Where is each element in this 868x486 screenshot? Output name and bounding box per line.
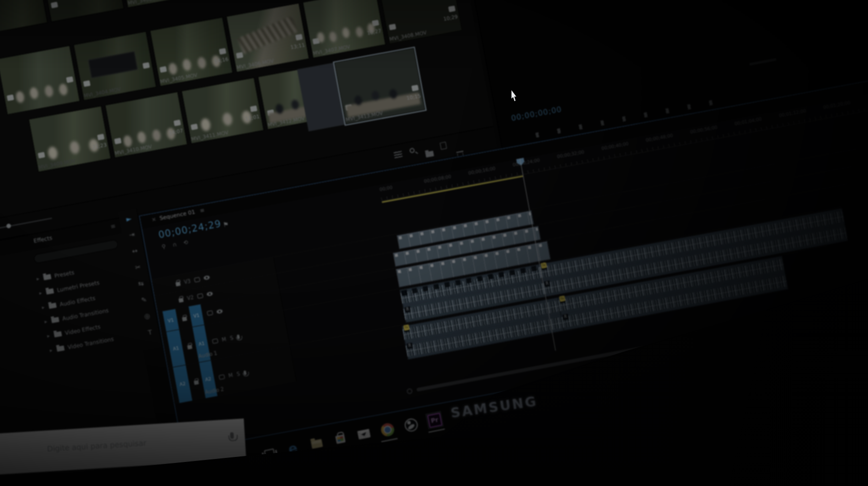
folder-icon [49,303,57,309]
fx-badge: fx [559,296,566,302]
clip-thumbnail[interactable] [0,0,48,36]
clip-badge-icon [448,6,456,12]
close-icon[interactable]: × [151,216,156,223]
folder-icon [54,331,62,338]
taskbar-icon-premiere[interactable]: Pr [426,411,443,428]
photo-of-monitor: 10;09MVI_3400.MOV10;10MVI_3401.MOVMVI_34… [0,0,868,486]
clip-badge-icon [159,66,167,73]
mute-button[interactable]: M [221,336,227,342]
search-icon[interactable] [409,148,415,154]
folder-icon [46,288,54,295]
project-clip[interactable] [41,0,124,22]
clip-badge-icon [312,38,320,45]
clip-badge-icon [389,24,396,30]
lock-icon[interactable] [176,282,181,287]
folder-icon [56,345,65,352]
sync-lock-icon[interactable] [219,374,225,380]
project-clip[interactable]: 13;11MVI_3406.MOV [209,6,292,76]
fx-badge: fx [541,262,547,269]
clip-badge-icon [345,104,353,111]
project-clip[interactable]: 14;16MVI_3405.MOV [132,20,216,90]
mute-button[interactable]: M [228,372,234,378]
solo-button[interactable]: S [236,371,240,377]
voiceover-record-icon[interactable] [237,334,240,339]
thumbnail-zoom-slider[interactable] [0,218,52,230]
type-tool[interactable]: T [139,323,161,342]
taskbar-icon-chrome[interactable] [379,421,396,438]
timeline-header-icon[interactable]: ⟲ [183,239,189,247]
timeline-header-icon[interactable]: ∩ [172,241,177,249]
taskbar-icon-mail[interactable] [355,426,372,443]
toggle-track-output-icon[interactable] [216,309,223,314]
chevron-right-icon[interactable]: ▸ [47,333,50,339]
project-clip[interactable]: 10;09MVI_3400.MOV [117,0,201,8]
project-clip[interactable]: 10;27MVI_3407.MOV [285,0,369,62]
clip-badge-icon [38,152,45,158]
project-clip[interactable]: 14;07MVI_3410.MOV [68,98,150,165]
chevron-right-icon[interactable]: ▸ [39,290,42,296]
effects-folder-label: Audio Effects [59,295,96,308]
sync-lock-icon[interactable] [207,310,213,316]
source-patch[interactable]: A1 [166,330,186,367]
project-clip[interactable]: MVI_3404.MOV [56,34,139,104]
project-clip[interactable]: 2;04MVI_3412.MOV [221,70,303,137]
microphone-icon[interactable] [230,432,234,438]
voiceover-record-icon[interactable] [243,370,247,375]
sync-lock-icon[interactable] [197,293,203,299]
toggle-track-output-icon[interactable] [207,292,213,297]
clip-badge-icon [7,95,14,101]
project-clip[interactable] [0,0,48,36]
running-app-indicator [428,428,445,432]
effects-folder-label: Video Effects [65,324,101,337]
chevron-right-icon[interactable]: ▸ [49,347,53,353]
clip-badge-icon [83,80,91,87]
project-clip[interactable]: 11;01MVI_3411.MOV [144,84,227,151]
chevron-right-icon[interactable]: ▸ [36,276,40,282]
program-timecode: 00;00;00;00 [510,105,563,123]
lock-icon[interactable] [182,316,187,321]
tab-effects[interactable]: Effects [33,234,53,245]
fit-dropdown[interactable] [749,58,776,66]
timeline-header-icon[interactable]: ⚲ [161,243,166,251]
effects-folder-label: Presets [54,269,75,279]
panel-menu-icon[interactable]: ≡ [110,222,116,230]
lock-icon[interactable] [194,380,199,385]
taskbar-icon-store[interactable] [331,430,349,447]
folder-icon [43,274,52,281]
project-clip[interactable]: 21;23MVI_3409.MOV [0,112,74,179]
folder-icon [51,317,60,323]
clip-badge-icon [411,85,419,91]
ruler-timecode: 00;00 [379,185,393,192]
automate-to-sequence-icon[interactable] [394,150,403,158]
new-item-icon[interactable] [440,142,447,150]
clip-badge-icon [191,124,198,130]
clip-thumbnail[interactable] [41,0,124,22]
source-patch[interactable]: V1 [162,309,179,332]
timeline-display-settings[interactable]: ⚑ [222,219,235,228]
chevron-right-icon[interactable]: ▸ [44,319,48,325]
fx-badge: fx [403,324,410,331]
clip-badge-icon [51,2,58,8]
audio-channel-badge: R [405,306,411,313]
clip-badge-icon [236,52,244,59]
clip-badge-icon [114,138,122,144]
audio-channel-badge: R [544,281,551,287]
toggle-track-output-icon[interactable] [204,275,210,280]
panel-menu-icon[interactable]: ≡ [200,207,205,214]
project-clip[interactable] [0,49,63,118]
track-target[interactable]: V1 [189,304,204,327]
sync-lock-icon[interactable] [194,277,200,282]
search-placeholder: Digite aqui para pesquisar [47,438,147,453]
clip-badge-icon [267,109,274,116]
solo-button[interactable]: S [230,335,234,341]
scrollbar-endcap[interactable] [406,388,413,394]
new-bin-icon[interactable] [425,151,434,158]
project-clip[interactable]: 10;15MVI_3413.MOV [297,56,381,131]
chevron-right-icon[interactable]: ▸ [42,304,45,310]
lock-icon[interactable] [187,345,192,350]
source-patch[interactable]: A2 [173,365,193,403]
sync-lock-icon[interactable] [212,338,218,344]
lock-icon[interactable] [179,298,184,303]
project-clip[interactable]: 10;29MVI_3408.MOV [362,0,445,47]
taskbar-icon-obs[interactable] [402,416,419,433]
